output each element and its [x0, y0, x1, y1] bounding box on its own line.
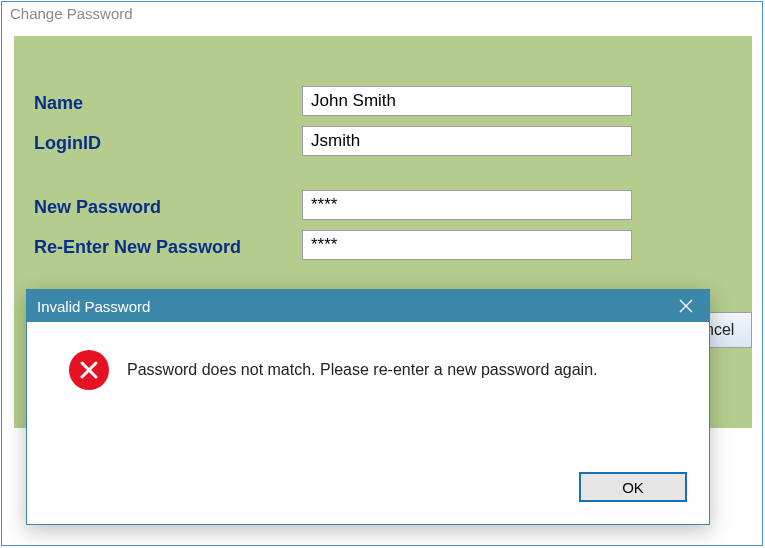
dialog-titlebar: Invalid Password	[27, 290, 709, 322]
dialog-title: Invalid Password	[37, 298, 150, 315]
new-password-field[interactable]	[302, 190, 632, 220]
ok-button[interactable]: OK	[579, 472, 687, 502]
window-title: Change Password	[2, 2, 762, 28]
name-label: Name	[34, 93, 294, 114]
reenter-password-label: Re-Enter New Password	[34, 237, 294, 258]
dialog-message: Password does not match. Please re-enter…	[127, 361, 597, 379]
reenter-password-field[interactable]	[302, 230, 632, 260]
loginid-field[interactable]	[302, 126, 632, 156]
loginid-label: LoginID	[34, 133, 294, 154]
invalid-password-dialog: Invalid Password Password does not match…	[26, 289, 710, 525]
close-icon[interactable]	[663, 290, 709, 322]
error-icon	[69, 350, 109, 390]
name-field[interactable]	[302, 86, 632, 116]
dialog-body: Password does not match. Please re-enter…	[27, 322, 709, 390]
new-password-label: New Password	[34, 197, 294, 218]
